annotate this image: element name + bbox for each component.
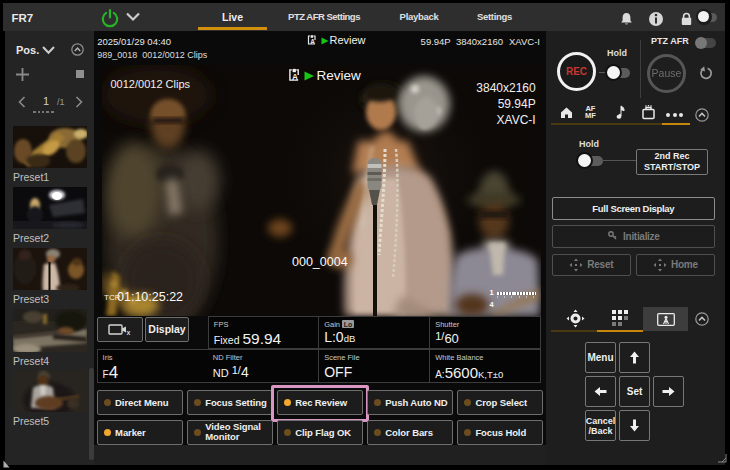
svg-text:x: x [126,329,130,336]
svg-text:A: A [310,38,315,45]
svg-text:A: A [292,73,298,82]
